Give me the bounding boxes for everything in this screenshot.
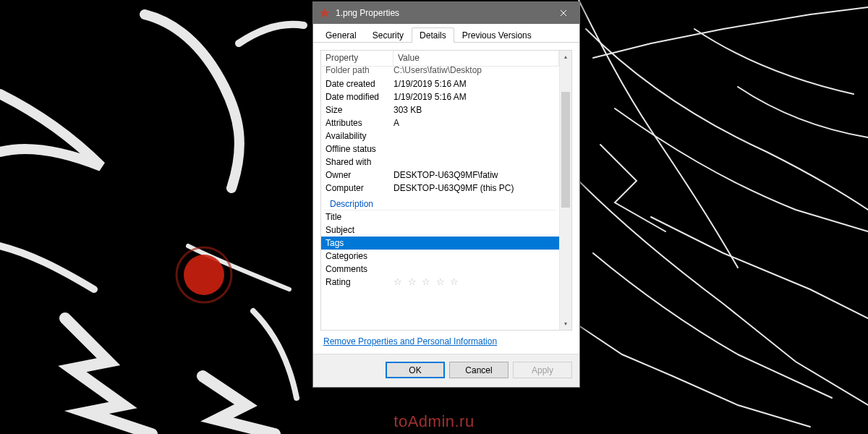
property-value: A <box>393 116 555 129</box>
close-button[interactable] <box>547 2 579 24</box>
property-name: Subject <box>326 224 393 237</box>
property-name: Computer <box>326 182 393 195</box>
property-value: 1/19/2019 5:16 AM <box>393 77 555 90</box>
section-description: Description <box>324 196 556 210</box>
cancel-button[interactable]: Cancel <box>449 362 509 378</box>
property-name: Folder path <box>326 67 393 77</box>
property-name: Availability <box>326 129 393 142</box>
property-name: Tags <box>326 237 393 250</box>
property-row[interactable]: Availability <box>321 129 559 142</box>
dialog-buttons: OK Cancel Apply <box>313 354 579 387</box>
property-row[interactable]: ComputerDESKTOP-U63Q9MF (this PC) <box>321 182 559 195</box>
property-row[interactable]: Date modified1/19/2019 5:16 AM <box>321 90 559 103</box>
property-row[interactable]: AttributesA <box>321 116 559 129</box>
tab-content: Property Value Folder pathC:\Users\fatiw… <box>313 43 579 354</box>
rating-stars[interactable]: ☆ ☆ ☆ ☆ ☆ <box>393 276 460 287</box>
property-name: Rating <box>326 276 393 289</box>
property-value: ☆ ☆ ☆ ☆ ☆ <box>393 276 555 289</box>
property-value <box>393 129 555 142</box>
property-row[interactable]: Folder pathC:\Users\fatiw\Desktop <box>321 67 559 77</box>
property-name: Title <box>326 210 393 224</box>
property-value: C:\Users\fatiw\Desktop <box>393 67 555 77</box>
property-name: Shared with <box>326 156 393 169</box>
property-row[interactable]: Size303 KB <box>321 103 559 116</box>
property-row[interactable]: Subject <box>321 224 559 237</box>
property-value: DESKTOP-U63Q9MF (this PC) <box>393 182 555 195</box>
tab-strip: General Security Details Previous Versio… <box>313 24 579 43</box>
svg-marker-2 <box>320 8 330 18</box>
property-value <box>393 142 555 156</box>
file-icon <box>319 7 331 19</box>
property-name: Attributes <box>326 116 393 129</box>
property-list[interactable]: Property Value Folder pathC:\Users\fatiw… <box>321 51 559 330</box>
apply-button[interactable]: Apply <box>513 362 572 378</box>
svg-point-0 <box>184 255 224 295</box>
property-name: Date created <box>326 77 393 90</box>
tab-security[interactable]: Security <box>365 27 412 43</box>
tab-previous-versions[interactable]: Previous Versions <box>454 27 540 43</box>
scroll-track[interactable] <box>560 63 571 318</box>
property-list-container: Property Value Folder pathC:\Users\fatiw… <box>320 50 572 331</box>
property-value <box>393 250 555 263</box>
properties-dialog: 1.png Properties General Security Detail… <box>312 1 580 388</box>
property-row[interactable]: Comments <box>321 263 559 276</box>
property-row[interactable]: Offline status <box>321 142 559 156</box>
property-name: Date modified <box>326 90 393 103</box>
titlebar[interactable]: 1.png Properties <box>313 2 579 24</box>
property-value: 1/19/2019 5:16 AM <box>393 90 555 103</box>
property-row[interactable]: Categories <box>321 250 559 263</box>
property-name: Size <box>326 103 393 116</box>
ok-button[interactable]: OK <box>386 362 445 378</box>
property-name: Owner <box>326 169 393 182</box>
property-name: Categories <box>326 250 393 263</box>
property-row[interactable]: Shared with <box>321 156 559 169</box>
property-row[interactable]: Title <box>321 210 559 224</box>
tab-general[interactable]: General <box>318 27 365 43</box>
header-value[interactable]: Value <box>393 51 559 66</box>
property-value <box>393 210 555 224</box>
property-row[interactable]: Date created1/19/2019 5:16 AM <box>321 77 559 90</box>
window-title: 1.png Properties <box>336 8 547 18</box>
vertical-scrollbar[interactable]: ▴ ▾ <box>559 51 571 330</box>
property-row[interactable]: Rating☆ ☆ ☆ ☆ ☆ <box>321 276 559 289</box>
remove-properties-link[interactable]: Remove Properties and Personal Informati… <box>323 336 497 346</box>
property-value <box>393 263 555 276</box>
property-row[interactable]: Tags <box>321 237 559 250</box>
header-property[interactable]: Property <box>321 51 393 66</box>
list-header: Property Value <box>321 51 559 67</box>
property-value: DESKTOP-U63Q9MF\fatiw <box>393 169 555 182</box>
property-name: Offline status <box>326 142 393 156</box>
property-value: 303 KB <box>393 103 555 116</box>
scroll-down-icon[interactable]: ▾ <box>560 318 571 330</box>
watermark-text: toAdmin.ru <box>393 412 474 431</box>
property-row[interactable]: OwnerDESKTOP-U63Q9MF\fatiw <box>321 169 559 182</box>
scroll-up-icon[interactable]: ▴ <box>560 51 571 63</box>
svg-point-1 <box>176 247 231 302</box>
property-value <box>393 156 555 169</box>
property-name: Comments <box>326 263 393 276</box>
tab-details[interactable]: Details <box>412 27 454 43</box>
scroll-thumb[interactable] <box>561 92 570 208</box>
property-value <box>393 224 555 237</box>
property-value <box>393 237 555 250</box>
